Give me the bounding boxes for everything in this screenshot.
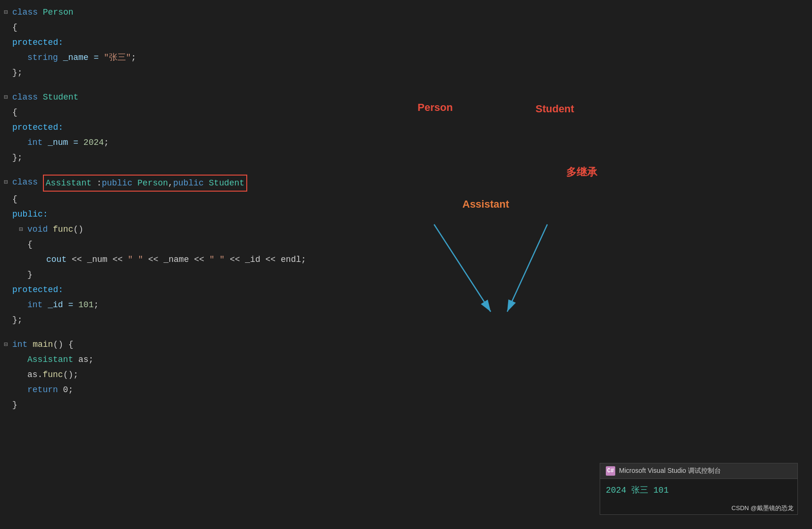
code-line-5: }; [0, 65, 330, 80]
code-line-blank1 [0, 80, 330, 90]
code-line-2: { [0, 20, 330, 35]
code-line-9: protected: [0, 120, 330, 135]
fold-icon-7[interactable]: ⊟ [4, 90, 10, 105]
code-line-17: { [0, 237, 330, 252]
diagram-person-label: Person [418, 101, 453, 114]
code-line-10: int _num = 2024; [0, 135, 330, 150]
diagram-area: Person Student Assistant 多继承 [330, 0, 812, 529]
code-line-4: string _name = "张三"; [0, 50, 330, 65]
assistant-highlight: Assistant :public Person,public Student [43, 175, 247, 192]
console-icon: C# [606, 466, 615, 476]
code-line-27: return 0; [0, 382, 330, 397]
console-title: Microsoft Visual Studio 调试控制台 [619, 467, 721, 475]
console-output: 2024 张三 101 [606, 484, 792, 497]
console-panel: C# Microsoft Visual Studio 调试控制台 2024 张三… [600, 463, 798, 515]
code-line-18: cout << _num << " " << _name << " " << _… [0, 252, 330, 267]
diagram-student-label: Student [536, 103, 574, 115]
fold-icon-16[interactable]: ⊟ [19, 222, 25, 237]
code-line-24: ⊟ int main() { [0, 337, 330, 352]
code-line-blank2 [0, 165, 330, 175]
code-line-14: { [0, 192, 330, 207]
diagram-assistant-label: Assistant [462, 198, 509, 210]
console-credit: CSDN @戴墨镜的恐龙 [600, 502, 797, 514]
code-line-26: as.func(); [0, 367, 330, 382]
code-line-22: }; [0, 312, 330, 327]
code-line-13: ⊟ class Assistant :public Person,public … [0, 175, 330, 192]
code-line-28: } [0, 397, 330, 412]
person-arrow [434, 225, 491, 312]
diagram-duojicheng-label: 多继承 [566, 165, 597, 179]
code-line-21: int _id = 101; [0, 297, 330, 312]
fold-icon-1[interactable]: ⊟ [4, 5, 10, 20]
inheritance-arrows [330, 0, 812, 529]
code-line-25: Assistant as; [0, 352, 330, 367]
fold-icon-24[interactable]: ⊟ [4, 337, 10, 352]
console-header: C# Microsoft Visual Studio 调试控制台 [600, 463, 797, 479]
code-editor: ⊟ class Person { protected: string _name… [0, 0, 330, 529]
code-line-1: ⊟ class Person [0, 5, 330, 20]
code-line-11: }; [0, 150, 330, 165]
student-arrow [507, 225, 547, 312]
code-line-blank3 [0, 327, 330, 337]
code-line-19: } [0, 267, 330, 282]
code-line-15: public: [0, 207, 330, 222]
code-line-16: ⊟ void func() [0, 222, 330, 237]
code-line-8: { [0, 105, 330, 120]
console-body: 2024 张三 101 [600, 479, 797, 502]
code-line-3: protected: [0, 35, 330, 50]
code-line-7: ⊟ class Student [0, 90, 330, 105]
code-line-20: protected: [0, 282, 330, 297]
fold-icon-13[interactable]: ⊟ [4, 175, 10, 190]
